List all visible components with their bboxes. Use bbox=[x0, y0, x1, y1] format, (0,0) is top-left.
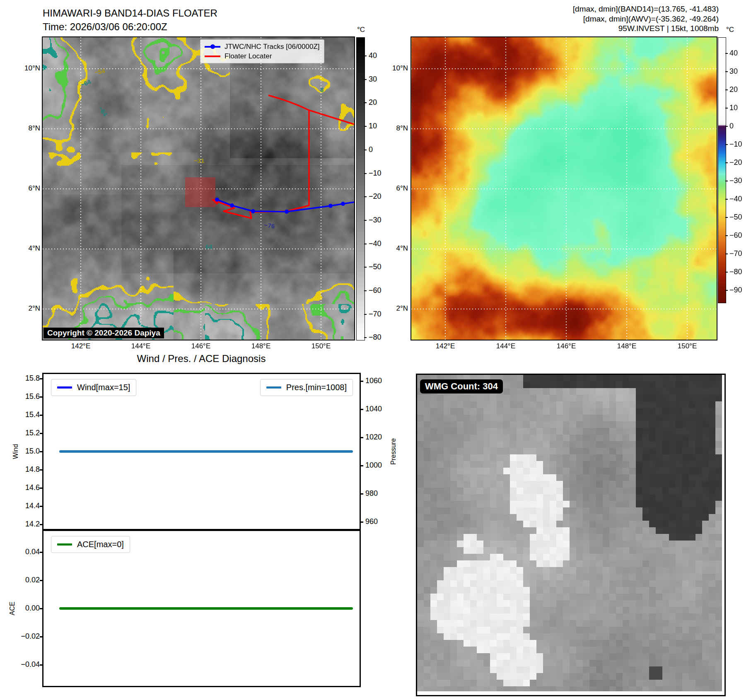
lon-tick-label: 150°E bbox=[671, 342, 704, 350]
colorbar-tick-label: 30 bbox=[729, 67, 738, 76]
wind-tick-label: 15.2 bbox=[25, 429, 40, 437]
awv-colorbar bbox=[718, 37, 726, 303]
pressure-tick-mark bbox=[360, 409, 363, 410]
wind-tick-mark bbox=[40, 433, 43, 434]
floater-line-icon bbox=[205, 56, 220, 57]
colorbar-tick-label: −70 bbox=[729, 249, 742, 258]
diagnosis-chart-title: Wind / Pres. / ACE Diagnosis bbox=[137, 353, 266, 364]
awv-satellite-map bbox=[411, 37, 717, 340]
colorbar-tick-label: 0 bbox=[369, 145, 373, 154]
pressure-tick-mark bbox=[360, 381, 363, 382]
colorbar-tick-label: −50 bbox=[369, 263, 382, 271]
pressure-tick-mark bbox=[360, 437, 363, 438]
wind-tick-mark bbox=[40, 524, 43, 525]
lon-tick-label: 148°E bbox=[244, 342, 278, 350]
copyright-badge: Copyright © 2020-2026 Dapiya bbox=[43, 328, 164, 338]
colorbar-tick-mark bbox=[725, 89, 728, 90]
ace-tick-label: 0.04 bbox=[25, 548, 40, 556]
colorbar-tick-mark bbox=[725, 71, 728, 72]
band14-time: Time: 2026/03/06 06:20:00Z bbox=[43, 20, 167, 34]
pressure-legend-line-icon bbox=[266, 386, 281, 389]
colorbar-tick-mark bbox=[364, 150, 367, 150]
lat-tick-label: 4°N bbox=[396, 244, 408, 253]
colorbar-tick-mark bbox=[364, 337, 367, 338]
colorbar-tick-mark bbox=[725, 253, 728, 254]
colorbar-tick-label: −40 bbox=[369, 239, 382, 248]
band14-colorbar-unit: °C bbox=[357, 26, 365, 34]
lon-tick-label: 142°E bbox=[64, 342, 97, 350]
ace-legend-line-icon bbox=[57, 543, 72, 546]
colorbar-tick-label: −20 bbox=[729, 158, 742, 167]
colorbar-tick-mark bbox=[725, 126, 728, 127]
band14-colorbar bbox=[356, 37, 365, 340]
colorbar-tick-label: 40 bbox=[729, 49, 738, 58]
pressure-tick-mark bbox=[360, 493, 363, 495]
lat-tick-label: 8°N bbox=[396, 124, 408, 133]
colorbar-tick-mark bbox=[725, 181, 728, 181]
colorbar-tick-mark bbox=[364, 56, 367, 56]
ace-tick-mark bbox=[40, 552, 43, 553]
annotation-invest-intensity: 95W.INVEST | 15kt, 1008mb bbox=[573, 24, 719, 34]
pressure-tick-label: 980 bbox=[365, 489, 378, 498]
wmg-count-badge: WMG Count: 304 bbox=[420, 379, 503, 393]
colorbar-tick-label: 10 bbox=[729, 104, 738, 112]
colorbar-tick-label: −10 bbox=[729, 140, 742, 149]
ace-tick-mark bbox=[40, 580, 43, 581]
ace-axis-label: ACE bbox=[9, 602, 16, 616]
annotation-band14-dmax-dmin: [dmax, dmin](BAND14)=(13.765, -41.483) bbox=[573, 4, 719, 14]
colorbar-tick-mark bbox=[364, 220, 367, 221]
jtwc-tracks-legend-label: JTWC/NHC Tracks [06/0000Z] bbox=[225, 43, 320, 51]
wmg-pixel-map bbox=[417, 375, 722, 691]
colorbar-tick-label: −60 bbox=[729, 231, 742, 240]
colorbar-tick-label: 30 bbox=[369, 75, 377, 84]
band14-title: HIMAWARI-9 BAND14-DIAS FLOATER bbox=[43, 7, 217, 20]
ace-legend-label: ACE[max=0] bbox=[77, 540, 124, 549]
lat-tick-label: 10°N bbox=[24, 64, 40, 72]
wind-tick-mark bbox=[40, 488, 43, 489]
colorbar-tick-label: −60 bbox=[369, 286, 382, 295]
pressure-legend-label: Pres.[min=1008] bbox=[286, 383, 347, 392]
colorbar-tick-label: −90 bbox=[729, 286, 742, 294]
wind-tick-mark bbox=[40, 396, 43, 398]
lon-tick-label: 146°E bbox=[550, 342, 583, 350]
annotation-awv-dmax-dmin: [dmax, dmin](AWV)=(-35.362, -49.264) bbox=[573, 14, 719, 24]
ace-tick-label: 0.02 bbox=[25, 576, 40, 584]
colorbar-tick-mark bbox=[725, 290, 728, 291]
lat-tick-label: 2°N bbox=[28, 304, 40, 313]
wind-tick-mark bbox=[40, 506, 43, 507]
colorbar-tick-label: −80 bbox=[369, 333, 382, 342]
colorbar-tick-mark bbox=[364, 126, 367, 127]
awv-annotations: [dmax, dmin](BAND14)=(13.765, -41.483) [… bbox=[573, 4, 719, 34]
ace-tick-mark bbox=[40, 636, 43, 637]
floater-legend-label: Floater Locater bbox=[225, 52, 272, 60]
colorbar-tick-label: −40 bbox=[729, 195, 742, 203]
wind-tick-label: 14.4 bbox=[25, 502, 40, 510]
contour-value-label: −76 bbox=[264, 221, 275, 229]
colorbar-tick-mark bbox=[725, 199, 728, 200]
colorbar-tick-mark bbox=[725, 235, 728, 236]
pressure-tick-label: 1060 bbox=[365, 377, 382, 385]
lat-tick-label: 2°N bbox=[396, 304, 408, 313]
lon-tick-label: 150°E bbox=[304, 342, 338, 350]
ace-legend: ACE[max=0] bbox=[51, 536, 130, 553]
colorbar-tick-label: −30 bbox=[369, 216, 382, 224]
weather-dashboard: { "band14_panel": { "title": "HIMAWARI-9… bbox=[0, 0, 751, 700]
wind-tick-label: 14.8 bbox=[25, 465, 40, 474]
pressure-tick-label: 1020 bbox=[365, 433, 382, 442]
lat-tick-label: 4°N bbox=[28, 244, 40, 253]
lon-tick-label: 144°E bbox=[124, 342, 157, 350]
lat-tick-label: 8°N bbox=[28, 124, 40, 133]
ace-series-line bbox=[59, 607, 353, 610]
lon-tick-label: 148°E bbox=[610, 342, 643, 350]
pressure-tick-label: 1040 bbox=[365, 405, 382, 413]
wind-legend-line-icon bbox=[57, 386, 72, 389]
wind-tick-mark bbox=[40, 469, 43, 471]
awv-colorbar-unit: °C bbox=[726, 26, 734, 34]
colorbar-tick-mark bbox=[725, 108, 728, 109]
colorbar-tick-mark bbox=[725, 217, 728, 218]
wind-tick-mark bbox=[40, 378, 43, 379]
wind-axis-label: Wind bbox=[12, 444, 19, 459]
colorbar-tick-mark bbox=[725, 272, 728, 273]
colorbar-tick-mark bbox=[364, 244, 367, 244]
contour-value-label: 64 bbox=[205, 243, 213, 250]
